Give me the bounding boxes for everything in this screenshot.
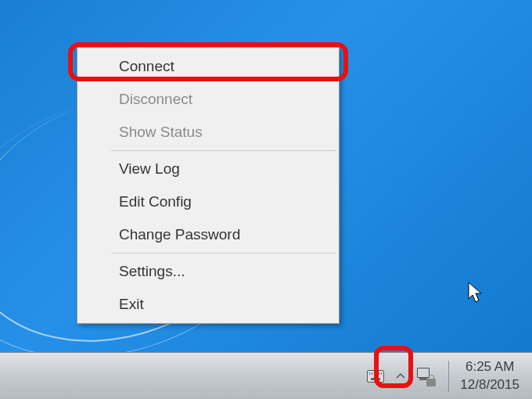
tray-divider [448,361,449,392]
menu-separator [111,150,336,151]
show-hidden-icons-icon[interactable] [395,371,406,382]
menu-separator [111,253,336,253]
clock-date: 12/8/2015 [460,376,519,394]
menu-item-view-log[interactable]: View Log [80,153,336,185]
menu-item-edit-config[interactable]: Edit Config [80,185,336,218]
desktop-background: Connect Disconnect Show Status View Log … [0,0,532,399]
taskbar: 6:25 AM 12/8/2015 [0,352,532,399]
menu-item-disconnect: Disconnect [80,83,336,116]
clock-area[interactable]: 6:25 AM 12/8/2015 [454,358,532,393]
vpn-context-menu: Connect Disconnect Show Status View Log … [77,47,340,324]
menu-item-settings[interactable]: Settings... [80,255,336,288]
system-tray [367,368,444,385]
menu-item-show-status: Show Status [80,116,336,149]
menu-item-exit[interactable]: Exit [80,288,336,321]
keyboard-layout-icon[interactable] [367,368,384,385]
vpn-tray-icon[interactable] [417,368,434,385]
menu-item-connect[interactable]: Connect [80,50,336,83]
clock-time: 6:25 AM [466,358,514,376]
mouse-cursor-icon [468,282,485,307]
menu-item-change-password[interactable]: Change Password [80,218,336,251]
